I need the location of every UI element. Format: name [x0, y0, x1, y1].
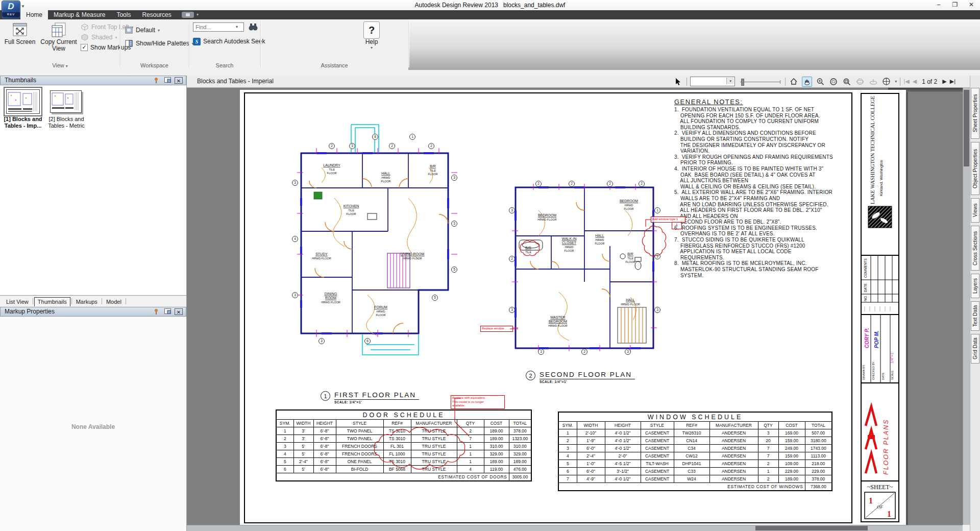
next-page-button[interactable]: ▶ [942, 78, 946, 85]
help-caret-icon[interactable]: ▾ [357, 45, 386, 50]
tab-home[interactable]: Home [20, 10, 48, 19]
zoom-slider[interactable] [738, 78, 782, 86]
show-markups-toggle[interactable]: ✓ Show Markups [81, 43, 131, 52]
markup-filter-combobox[interactable]: ▾ [690, 77, 735, 86]
find-button[interactable] [247, 21, 259, 33]
application-menu-button[interactable]: D REV [2, 1, 20, 19]
dock-icon[interactable] [163, 308, 172, 315]
markup-add-window[interactable]: Add window type 1 [651, 216, 685, 223]
scale-value: 1/4"=1' [890, 351, 894, 364]
pane-tab-model[interactable]: Model [103, 298, 125, 306]
zoom-tool-button[interactable] [815, 77, 825, 87]
vertical-scroll-thumb[interactable] [964, 90, 969, 166]
home-view-button[interactable] [789, 77, 799, 87]
first-page-button[interactable]: |◀ [903, 78, 909, 85]
tab-tools[interactable]: Tools [111, 10, 136, 19]
svg-text:FLOOR: FLOOR [347, 212, 356, 215]
pane-tab-thumbnails[interactable]: Thumbnails [34, 297, 70, 306]
side-tab-text-data[interactable]: Text Data [971, 301, 979, 331]
full-screen-button[interactable]: Full Screen [3, 21, 37, 45]
pan-tool-button[interactable] [802, 77, 812, 87]
svg-text:2: 2 [511, 257, 513, 260]
canvas-toolbar: ▾ ▾ |◀ ◀ 1 of 2 ▶ ▶| [673, 76, 955, 87]
communication-center-icon[interactable] [182, 12, 194, 18]
tab-resources[interactable]: Resources [136, 10, 177, 19]
workspace-group-caption: Workspace [120, 62, 189, 69]
show-hide-palettes-button[interactable]: Show/Hide Palettes▾ [125, 39, 194, 48]
steering-wheels-button[interactable] [881, 77, 892, 87]
svg-text:3: 3 [656, 308, 658, 311]
side-tab-grid-data[interactable]: Grid Data [971, 334, 979, 364]
svg-text:HALL: HALL [381, 172, 390, 175]
pane-tab-markups[interactable]: Markups [73, 298, 101, 306]
maximize-button[interactable]: ❐ [948, 1, 962, 9]
horizontal-scroll-thumb[interactable] [755, 526, 868, 530]
side-tab-cross-sections[interactable]: Cross Sections [971, 226, 979, 271]
zoom-rectangle-button[interactable] [828, 77, 839, 87]
communication-center-caret-icon[interactable]: ▾ [197, 12, 199, 17]
svg-text:2: 2 [583, 350, 585, 353]
close-panel-icon[interactable]: ✕ [175, 308, 183, 315]
svg-text:ROOM: ROOM [325, 296, 336, 300]
copy-current-view-button[interactable]: Copy CurrentView [39, 21, 79, 52]
close-button[interactable]: ✕ [965, 1, 978, 9]
window-title: Autodesk Design Review 2013 blocks_and_t… [0, 0, 980, 10]
pin-icon[interactable] [152, 308, 160, 315]
side-tab-sheet-properties[interactable]: Sheet Properties [971, 88, 979, 139]
side-tab-views[interactable]: Views [971, 198, 979, 223]
tab-markup-measure[interactable]: Markup & Measure [48, 10, 111, 19]
svg-text:~SHEET~: ~SHEET~ [867, 484, 893, 491]
svg-text:2: 2 [391, 144, 393, 148]
minimize-button[interactable]: – [932, 1, 945, 9]
svg-text:1: 1 [411, 135, 413, 138]
second-floor-plan-svg: 2222133323323BEDROOMHRWD FLOORBEDROOMHRW… [508, 180, 661, 356]
side-tab-object-properties[interactable]: Object Properties [971, 142, 979, 195]
svg-text:LIVING ROOM: LIVING ROOM [401, 252, 425, 256]
markup-replace-window[interactable]: Replace window [480, 326, 513, 332]
search-autodesk-seek-button[interactable]: S Search Autodesk Seek [193, 37, 265, 46]
app-menu-caret-icon[interactable]: ▼ [21, 4, 25, 9]
turntable-icon [869, 78, 878, 86]
horizontal-scrollbar[interactable] [187, 525, 963, 531]
window-schedule: WINDOW SCHEDULESYM.WIDTHHEIGHTSTYLEREF#M… [558, 412, 832, 491]
svg-text:HRWD: HRWD [595, 238, 604, 242]
view-tab-bar: List ViewThumbnailsMarkupsModel [0, 295, 186, 306]
svg-text:3: 3 [656, 254, 658, 258]
wheel-caret-icon[interactable]: ▾ [895, 79, 897, 84]
pin-icon[interactable] [152, 77, 160, 84]
document-tab-row: Blocks and Tables - Imperial ▾ ▾ |◀ ◀ 1 … [187, 76, 970, 88]
pane-tab-list-view[interactable]: List View [3, 298, 32, 306]
zoom-icon [816, 78, 825, 86]
svg-text:3: 3 [453, 176, 455, 179]
view-group-caption[interactable]: View ▾ [0, 62, 120, 69]
svg-text:3: 3 [321, 339, 323, 343]
help-icon: ? [363, 21, 380, 39]
orbit-tool-button [855, 77, 865, 87]
svg-text:HRWD FLOOR: HRWD FLOOR [621, 303, 640, 306]
close-panel-icon[interactable]: ✕ [175, 77, 183, 84]
show-markups-checkbox[interactable]: ✓ [81, 44, 88, 51]
select-tool-button[interactable] [673, 77, 683, 87]
checked-by-value: POP M. [874, 330, 879, 348]
vertical-scrollbar[interactable] [963, 88, 970, 525]
sheet-paper[interactable]: GENERAL NOTES: 1. FOUNDATION VENTILATION… [240, 90, 906, 525]
last-page-button[interactable]: ▶| [950, 78, 955, 85]
svg-text:HRWD: HRWD [565, 246, 573, 249]
fit-to-window-button[interactable] [842, 77, 852, 87]
svg-text:3: 3 [511, 208, 513, 212]
find-caret-icon[interactable]: ▾ [236, 25, 238, 29]
svg-text:TILE: TILE [348, 209, 354, 212]
previous-page-button[interactable]: ◀ [913, 78, 917, 85]
markup-door-note[interactable]: Replace with equivalent. This model is n… [451, 395, 505, 409]
svg-text:COMMENTS: COMMENTS [864, 258, 867, 278]
document-tab[interactable]: Blocks and Tables - Imperial [197, 76, 274, 87]
svg-text:MASTER: MASTER [550, 316, 565, 319]
thumbnail-item-1[interactable] [6, 89, 40, 114]
side-tab-layers[interactable]: Layers [971, 274, 979, 298]
titlebar: Autodesk Design Review 2013 blocks_and_t… [0, 0, 980, 10]
help-button[interactable]: ? Help ▾ [357, 21, 386, 50]
dock-icon[interactable] [163, 77, 172, 84]
seek-icon: S [193, 38, 201, 45]
default-workspace-button[interactable]: Default▾ [125, 26, 160, 35]
thumbnail-item-2[interactable] [50, 90, 82, 113]
